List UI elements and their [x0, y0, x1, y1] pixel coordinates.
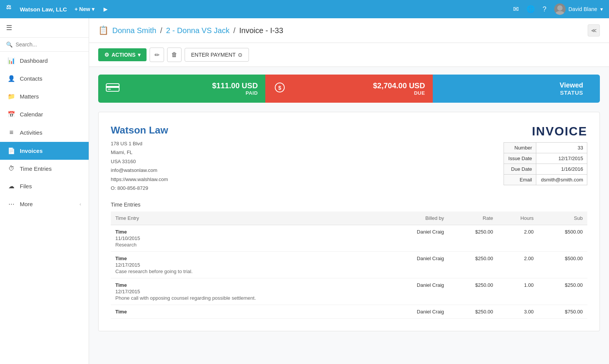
hamburger-icon[interactable]: ☰ — [0, 18, 89, 38]
edit-button[interactable]: ✏ — [150, 48, 164, 62]
sidebar-item-contacts[interactable]: 👤 Contacts — [0, 70, 89, 87]
time-entries-table: Time Entry Billed by Rate Hours Sub Time… — [111, 211, 587, 319]
user-name: David Blane — [569, 6, 598, 12]
user-menu[interactable]: David Blane ▾ — [554, 3, 603, 15]
more-collapse-icon: ‹ — [80, 202, 81, 207]
avatar — [554, 3, 566, 15]
paid-amount: $111.00 USD — [212, 81, 258, 90]
sidebar-item-files[interactable]: ☁ Files — [0, 177, 89, 195]
billed-by: Daniel Craig — [383, 225, 448, 252]
invoices-icon: 📄 — [8, 147, 15, 154]
table-row: Time 12/17/2015 Case research before goi… — [111, 252, 587, 278]
entry-type: Time — [115, 229, 378, 235]
paid-card-info: $111.00 USD PAID — [212, 81, 258, 96]
breadcrumb-matter[interactable]: 2 - Donna VS Jack — [166, 26, 230, 35]
meta-row-issue: Issue Date 12/17/2015 — [504, 153, 587, 164]
actions-dropdown-icon: ▾ — [138, 52, 140, 58]
entry-cell: Time 12/17/2015 Phone call with opposing… — [111, 278, 383, 305]
entry-type: Time — [115, 309, 378, 315]
help-icon[interactable]: ? — [542, 5, 546, 13]
mail-icon[interactable]: ✉ — [513, 5, 519, 13]
address-website: https://www.walshlaw.com — [111, 175, 168, 184]
due-label: DUE — [414, 90, 425, 96]
invoice-meta-table: Number 33 Issue Date 12/17/2015 Due Date… — [504, 142, 587, 185]
sidebar-item-invoices[interactable]: 📄 Invoices — [0, 142, 89, 160]
due-amount: $2,704.00 USD — [373, 81, 425, 90]
calendar-icon: 📅 — [8, 111, 15, 118]
meta-row-due: Due Date 1/16/2016 — [504, 164, 587, 175]
entry-date: 11/10/2015 — [115, 235, 378, 241]
content-area: 📋 Donna Smith / 2 - Donna VS Jack / Invo… — [89, 18, 609, 364]
breadcrumb-sep2: / — [233, 26, 236, 35]
status-card: Viewed STATUS — [433, 75, 600, 103]
payment-icon: ⊙ — [238, 52, 242, 58]
rate: $250.00 — [449, 225, 498, 252]
invoice-address: 178 US 1 Blvd Miami, FL USA 33160 info@w… — [111, 139, 168, 192]
due-card: $ $2,704.00 USD DUE — [265, 75, 432, 103]
entry-cell: Time 12/17/2015 Case research before goi… — [111, 252, 383, 278]
new-label: New — [79, 6, 90, 12]
search-input[interactable] — [16, 41, 83, 48]
rate: $250.00 — [449, 305, 498, 319]
meta-value-issue: 12/17/2015 — [536, 153, 587, 164]
entry-date: 12/17/2015 — [115, 289, 378, 294]
user-dropdown-icon: ▾ — [600, 6, 603, 12]
play-button[interactable]: ▶ — [102, 5, 109, 14]
sidebar-item-dashboard[interactable]: 📊 Dashboard — [0, 52, 89, 70]
table-row: Time Daniel Craig $250.00 3.00 $750.00 — [111, 305, 587, 319]
due-card-icon: $ — [273, 82, 287, 95]
top-nav: ⚖ Watson Law, LLC + New ▾ ▶ ✉ 🌐 ? David … — [0, 0, 609, 18]
hours: 1.00 — [497, 278, 538, 305]
sidebar-item-more[interactable]: ⋯ More ‹ — [0, 195, 89, 213]
paid-label: PAID — [246, 90, 258, 96]
due-card-info: $2,704.00 USD DUE — [373, 81, 425, 96]
breadcrumb-doc-icon: 📋 — [98, 25, 108, 35]
sidebar: ☰ 🔍 📊 Dashboard 👤 Contacts 📁 Matters 📅 C… — [0, 18, 89, 364]
entry-date: 12/17/2015 — [115, 262, 378, 268]
globe-icon[interactable]: 🌐 — [526, 5, 535, 13]
col-billed-by: Billed by — [383, 211, 448, 225]
enter-payment-button[interactable]: ENTER PAYMENT ⊙ — [185, 48, 249, 62]
entry-type: Time — [115, 256, 378, 261]
delete-button[interactable]: 🗑 — [167, 48, 182, 62]
table-row: Time 12/17/2015 Phone call with opposing… — [111, 278, 587, 305]
sidebar-item-activities[interactable]: ≡ Activities — [0, 123, 89, 142]
entry-type: Time — [115, 282, 378, 288]
trash-icon: 🗑 — [171, 51, 177, 58]
sidebar-item-label: Contacts — [20, 75, 42, 82]
address-phone: O: 800-856-8729 — [111, 184, 168, 192]
new-button[interactable]: + New ▾ — [72, 5, 97, 14]
brand-icon: ⚖ — [6, 4, 17, 14]
entry-cell: Time 11/10/2015 Research — [111, 225, 383, 252]
main-scroll[interactable]: $111.00 USD PAID $ $2,704.00 USD DUE V — [89, 67, 609, 364]
toolbar: ⚙ ACTIONS ▾ ✏ 🗑 ENTER PAYMENT ⊙ — [89, 43, 609, 67]
activities-icon: ≡ — [8, 129, 15, 137]
actions-button[interactable]: ⚙ ACTIONS ▾ — [98, 48, 147, 61]
invoice-right: INVOICE Number 33 Issue Date 12/17/2015 — [504, 124, 587, 185]
invoice-body: Watson Law 178 US 1 Blvd Miami, FL USA 3… — [98, 112, 600, 331]
collapse-button[interactable]: ≪ — [588, 24, 600, 37]
table-header-row: Time Entry Billed by Rate Hours Sub — [111, 211, 587, 225]
search-icon: 🔍 — [6, 41, 13, 48]
contacts-icon: 👤 — [8, 75, 15, 82]
address-line2: Miami, FL — [111, 148, 168, 157]
col-sub: Sub — [538, 211, 587, 225]
address-line3: USA 33160 — [111, 157, 168, 166]
search-container: 🔍 — [0, 38, 89, 52]
sidebar-item-time-entries[interactable]: ⏱ Time Entries — [0, 160, 89, 177]
breadcrumb-client[interactable]: Donna Smith — [112, 26, 156, 35]
svg-point-1 — [555, 11, 564, 15]
sidebar-item-calendar[interactable]: 📅 Calendar — [0, 105, 89, 123]
breadcrumb-page: Invoice - I-33 — [239, 26, 284, 35]
meta-value-due: 1/16/2016 — [536, 164, 587, 175]
address-email: info@watsonlaw.com — [111, 166, 168, 175]
edit-icon: ✏ — [155, 51, 159, 59]
entry-desc: Research — [115, 242, 378, 248]
svg-point-0 — [557, 5, 563, 11]
invoice-title: INVOICE — [504, 124, 587, 138]
gear-icon: ⚙ — [104, 52, 109, 58]
billed-by: Daniel Craig — [383, 278, 448, 305]
entry-desc: Phone call with opposing counsel regardi… — [115, 295, 378, 301]
sidebar-item-matters[interactable]: 📁 Matters — [0, 87, 89, 105]
invoice-header: Watson Law 178 US 1 Blvd Miami, FL USA 3… — [111, 124, 587, 192]
